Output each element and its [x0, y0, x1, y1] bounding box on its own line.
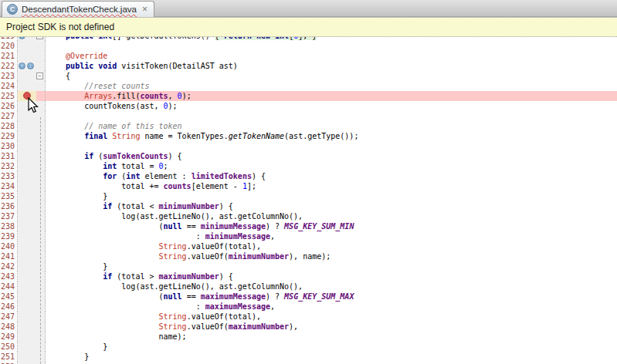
editor-row[interactable]: 221 @Override: [0, 51, 617, 61]
line-number[interactable]: 235: [0, 191, 18, 201]
code-line[interactable]: total += counts[element - 1];: [46, 181, 617, 191]
line-number[interactable]: 248: [0, 322, 18, 332]
fold-column[interactable]: [36, 131, 46, 141]
breakpoint-icon[interactable]: [23, 92, 31, 99]
editor-row[interactable]: 236 if (total < minimumNumber) {: [0, 201, 617, 211]
line-number[interactable]: 251: [0, 352, 18, 362]
line-number[interactable]: 226: [0, 101, 18, 111]
fold-column[interactable]: [36, 302, 46, 312]
editor-row[interactable]: 229 final String name = TokenTypes.getTo…: [0, 131, 617, 141]
gutter-icon-area[interactable]: [18, 131, 36, 141]
fold-column[interactable]: [36, 342, 46, 352]
fold-column[interactable]: [36, 41, 46, 51]
editor-row[interactable]: 239 : minimumMessage,: [0, 231, 617, 241]
line-number[interactable]: 250: [0, 342, 18, 352]
line-number[interactable]: 223: [0, 71, 18, 81]
gutter-icon-area[interactable]: [18, 211, 36, 221]
code-line[interactable]: [46, 141, 617, 151]
editor-row[interactable]: 234 total += counts[element - 1];: [0, 181, 617, 191]
editor-row[interactable]: 222↑↓ public void visitToken(DetailAST a…: [0, 61, 617, 71]
fold-column[interactable]: [36, 151, 46, 161]
code-line[interactable]: if (total < minimumNumber) {: [46, 201, 617, 211]
overriding-method-icon[interactable]: ↑: [19, 62, 25, 69]
code-line[interactable]: (null == minimumMessage) ? MSG_KEY_SUM_M…: [46, 221, 617, 231]
line-number[interactable]: 247: [0, 312, 18, 322]
fold-column[interactable]: [36, 241, 46, 251]
gutter-icon-area[interactable]: [18, 231, 36, 241]
gutter-icon-area[interactable]: [18, 111, 36, 121]
code-line[interactable]: : minimumMessage,: [46, 231, 617, 241]
line-number[interactable]: 240: [0, 241, 18, 251]
editor-row[interactable]: 247 String.valueOf(total),: [0, 312, 617, 322]
gutter-icon-area[interactable]: [18, 322, 36, 332]
gutter-icon-area[interactable]: [18, 261, 36, 271]
fold-column[interactable]: [36, 51, 46, 61]
editor-row[interactable]: 238 (null == minimumMessage) ? MSG_KEY_S…: [0, 221, 617, 231]
code-line[interactable]: if (total > maximumNumber) {: [46, 271, 617, 281]
editor-row[interactable]: 246 : maximumMessage,: [0, 302, 617, 312]
gutter-icon-area[interactable]: [18, 91, 36, 101]
gutter-icon-area[interactable]: [18, 241, 36, 251]
gutter-icon-area[interactable]: [18, 81, 36, 91]
editor-row[interactable]: 250 }: [0, 342, 617, 352]
fold-column[interactable]: [36, 161, 46, 171]
editor-row[interactable]: 242 }: [0, 261, 617, 271]
fold-column[interactable]: [36, 101, 46, 111]
fold-column[interactable]: [36, 281, 46, 292]
code-line[interactable]: {: [46, 71, 617, 81]
fold-plus-icon[interactable]: +: [36, 37, 43, 39]
code-editor[interactable]: 219↑++ public int[] getDefaultTokens() {…: [0, 37, 617, 364]
code-line[interactable]: }: [46, 261, 617, 271]
gutter-icon-area[interactable]: [18, 251, 36, 261]
editor-row[interactable]: 233 for (int element : limitedTokens) {: [0, 171, 617, 181]
editor-row[interactable]: 224 //reset counts: [0, 81, 617, 91]
code-line[interactable]: //reset counts: [46, 81, 617, 91]
code-line[interactable]: String.valueOf(total),: [46, 312, 617, 322]
code-line[interactable]: }: [46, 342, 617, 352]
code-line[interactable]: final String name = TokenTypes.getTokenN…: [46, 131, 617, 141]
line-number[interactable]: 241: [0, 251, 18, 261]
editor-row[interactable]: 235 }: [0, 191, 617, 201]
editor-row[interactable]: 231 if (sumTokenCounts) {: [0, 151, 617, 161]
fold-column[interactable]: [36, 271, 46, 281]
line-number[interactable]: 224: [0, 81, 18, 91]
line-number[interactable]: 221: [0, 51, 18, 61]
fold-column[interactable]: [36, 201, 46, 211]
line-number[interactable]: 228: [0, 121, 18, 131]
gutter-icon-area[interactable]: [18, 221, 36, 231]
code-line[interactable]: String.valueOf(minimumNumber), name);: [46, 251, 617, 261]
line-number[interactable]: 230: [0, 141, 18, 151]
fold-column[interactable]: [36, 312, 46, 322]
code-line[interactable]: for (int element : limitedTokens) {: [46, 171, 617, 181]
editor-row[interactable]: 232 int total = 0;: [0, 161, 617, 171]
line-number[interactable]: 239: [0, 231, 18, 241]
code-line[interactable]: log(ast.getLineNo(), ast.getColumnNo(),: [46, 211, 617, 221]
overriding-method-icon[interactable]: ↑: [19, 37, 25, 39]
editor-row[interactable]: 244 log(ast.getLineNo(), ast.getColumnNo…: [0, 281, 617, 292]
code-line[interactable]: if (sumTokenCounts) {: [46, 151, 617, 161]
gutter-icon-area[interactable]: [18, 101, 36, 111]
fold-column[interactable]: [36, 332, 46, 342]
gutter-icon-area[interactable]: [18, 302, 36, 312]
gutter-icon-area[interactable]: [18, 51, 36, 61]
editor-row[interactable]: 226 countTokens(ast, 0);: [0, 101, 617, 111]
line-number[interactable]: 237: [0, 211, 18, 221]
editor-row[interactable]: 245 (null == maximumMessage) ? MSG_KEY_S…: [0, 292, 617, 302]
fold-column[interactable]: [36, 211, 46, 221]
close-icon[interactable]: ×: [142, 5, 147, 14]
editor-row[interactable]: 223− {: [0, 71, 617, 81]
gutter-icon-area[interactable]: [18, 271, 36, 281]
fold-column[interactable]: [36, 171, 46, 181]
line-number[interactable]: 242: [0, 261, 18, 271]
fold-column[interactable]: [36, 61, 46, 71]
gutter-icon-area[interactable]: [18, 191, 36, 201]
fold-column[interactable]: [36, 251, 46, 261]
gutter-icon-area[interactable]: [18, 171, 36, 181]
line-number[interactable]: 246: [0, 302, 18, 312]
gutter-icon-area[interactable]: [18, 71, 36, 81]
gutter-icon-area[interactable]: [18, 292, 36, 302]
gutter-icon-area[interactable]: [18, 121, 36, 131]
code-line[interactable]: log(ast.getLineNo(), ast.getColumnNo(),: [46, 281, 617, 292]
line-number[interactable]: 222: [0, 61, 18, 71]
fold-column[interactable]: [36, 121, 46, 131]
